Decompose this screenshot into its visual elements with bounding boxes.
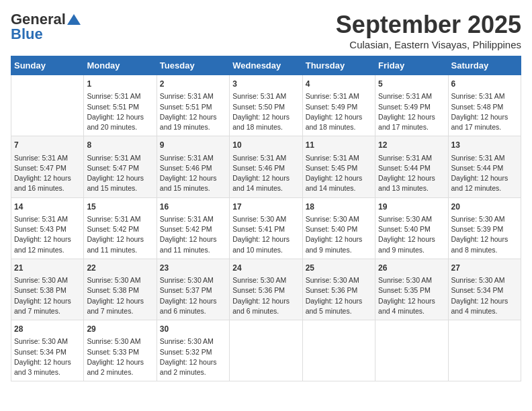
- day-info: Sunrise: 5:30 AM: [232, 275, 299, 285]
- calendar-cell: 18Sunrise: 5:30 AMSunset: 5:40 PMDayligh…: [302, 197, 375, 259]
- day-info: Daylight: 12 hours: [306, 112, 372, 122]
- day-number: 17: [232, 201, 299, 213]
- day-number: 29: [87, 324, 153, 335]
- day-info: Sunset: 5:51 PM: [87, 102, 153, 112]
- day-number: 14: [14, 201, 81, 213]
- header-monday: Monday: [84, 56, 157, 75]
- svg-marker-0: [67, 14, 81, 25]
- day-info: and 17 minutes.: [378, 122, 445, 132]
- day-info: Sunrise: 5:31 AM: [14, 153, 81, 163]
- day-info: Sunrise: 5:31 AM: [87, 153, 153, 163]
- day-number: 16: [160, 201, 226, 213]
- calendar-cell: [448, 320, 521, 381]
- day-info: Sunrise: 5:30 AM: [87, 275, 153, 285]
- day-info: Sunset: 5:39 PM: [451, 224, 518, 234]
- day-info: and 10 minutes.: [232, 245, 299, 255]
- day-info: Daylight: 12 hours: [87, 173, 153, 183]
- day-info: Daylight: 12 hours: [87, 234, 153, 244]
- day-info: Sunset: 5:34 PM: [14, 347, 81, 357]
- day-info: and 12 minutes.: [451, 183, 518, 193]
- calendar-cell: 23Sunrise: 5:30 AMSunset: 5:37 PMDayligh…: [157, 259, 229, 320]
- day-info: Sunset: 5:43 PM: [14, 224, 81, 234]
- day-info: Sunrise: 5:31 AM: [87, 214, 153, 224]
- day-info: and 14 minutes.: [232, 183, 299, 193]
- day-info: Daylight: 12 hours: [306, 296, 372, 306]
- day-info: and 16 minutes.: [14, 183, 81, 193]
- calendar-cell: [302, 320, 375, 381]
- day-info: Sunset: 5:42 PM: [160, 224, 226, 234]
- calendar-cell: 29Sunrise: 5:30 AMSunset: 5:33 PMDayligh…: [84, 320, 157, 381]
- calendar-cell: 6Sunrise: 5:31 AMSunset: 5:48 PMDaylight…: [448, 75, 521, 136]
- calendar-week-row: 14Sunrise: 5:31 AMSunset: 5:43 PMDayligh…: [11, 197, 521, 259]
- day-info: Daylight: 12 hours: [306, 234, 372, 244]
- calendar-cell: 16Sunrise: 5:31 AMSunset: 5:42 PMDayligh…: [157, 197, 229, 259]
- day-info: Sunset: 5:51 PM: [160, 102, 226, 112]
- day-info: and 4 minutes.: [378, 306, 445, 316]
- day-info: Daylight: 12 hours: [14, 357, 81, 367]
- day-info: Daylight: 12 hours: [232, 173, 299, 183]
- day-info: and 2 minutes.: [160, 367, 226, 377]
- day-number: 12: [378, 140, 445, 151]
- calendar-cell: [11, 75, 84, 136]
- calendar-cell: 25Sunrise: 5:30 AMSunset: 5:36 PMDayligh…: [302, 259, 375, 320]
- day-info: Sunset: 5:32 PM: [160, 347, 226, 357]
- day-info: and 14 minutes.: [306, 183, 372, 193]
- calendar-cell: 3Sunrise: 5:31 AMSunset: 5:50 PMDaylight…: [230, 75, 302, 136]
- day-number: 20: [451, 201, 518, 213]
- header-friday: Friday: [375, 56, 448, 75]
- day-info: Sunrise: 5:31 AM: [306, 91, 372, 101]
- day-info: Daylight: 12 hours: [306, 173, 372, 183]
- calendar-cell: 5Sunrise: 5:31 AMSunset: 5:49 PMDaylight…: [375, 75, 448, 136]
- calendar-cell: 7Sunrise: 5:31 AMSunset: 5:47 PMDaylight…: [11, 136, 84, 197]
- day-number: 23: [160, 263, 226, 274]
- day-info: Sunset: 5:38 PM: [14, 285, 81, 295]
- day-info: Sunset: 5:35 PM: [378, 285, 445, 295]
- day-info: Sunrise: 5:30 AM: [306, 275, 372, 285]
- day-info: Daylight: 12 hours: [87, 112, 153, 122]
- day-info: Sunset: 5:40 PM: [306, 224, 372, 234]
- header-tuesday: Tuesday: [157, 56, 229, 75]
- day-info: Daylight: 12 hours: [14, 173, 81, 183]
- header-wednesday: Wednesday: [230, 56, 302, 75]
- day-info: Daylight: 12 hours: [232, 112, 299, 122]
- day-number: 22: [87, 263, 153, 274]
- day-info: Daylight: 12 hours: [451, 173, 518, 183]
- calendar-cell: 21Sunrise: 5:30 AMSunset: 5:38 PMDayligh…: [11, 259, 84, 320]
- day-info: Sunset: 5:46 PM: [232, 163, 299, 173]
- day-number: 18: [306, 201, 372, 213]
- day-info: and 8 minutes.: [451, 245, 518, 255]
- day-info: Sunrise: 5:31 AM: [306, 153, 372, 163]
- day-info: Sunrise: 5:31 AM: [160, 214, 226, 224]
- calendar-table: SundayMondayTuesdayWednesdayThursdayFrid…: [11, 56, 521, 381]
- day-info: Daylight: 12 hours: [451, 296, 518, 306]
- day-info: Sunrise: 5:30 AM: [14, 275, 81, 285]
- day-info: Sunrise: 5:30 AM: [14, 336, 81, 347]
- day-number: 9: [160, 140, 226, 151]
- day-info: and 11 minutes.: [87, 245, 153, 255]
- day-number: 3: [232, 79, 299, 90]
- day-number: 19: [378, 201, 445, 213]
- calendar-cell: 14Sunrise: 5:31 AMSunset: 5:43 PMDayligh…: [11, 197, 84, 259]
- location: Culasian, Eastern Visayas, Philippines: [336, 39, 521, 50]
- day-info: Daylight: 12 hours: [378, 173, 445, 183]
- day-number: 1: [87, 79, 153, 90]
- day-info: and 20 minutes.: [87, 122, 153, 132]
- calendar-cell: 2Sunrise: 5:31 AMSunset: 5:51 PMDaylight…: [157, 75, 229, 136]
- day-info: Sunrise: 5:31 AM: [378, 91, 445, 101]
- logo: General Blue: [11, 11, 81, 43]
- day-info: Sunrise: 5:31 AM: [232, 91, 299, 101]
- day-info: Daylight: 12 hours: [87, 357, 153, 367]
- calendar-cell: 8Sunrise: 5:31 AMSunset: 5:47 PMDaylight…: [84, 136, 157, 197]
- day-info: Daylight: 12 hours: [378, 112, 445, 122]
- day-info: Sunset: 5:47 PM: [14, 163, 81, 173]
- month-title: September 2025: [336, 11, 521, 39]
- day-info: Sunset: 5:33 PM: [87, 347, 153, 357]
- day-info: Sunrise: 5:31 AM: [160, 153, 226, 163]
- page-header: General Blue September 2025 Culasian, Ea…: [11, 11, 521, 50]
- day-info: Sunset: 5:37 PM: [160, 285, 226, 295]
- day-info: Daylight: 12 hours: [232, 296, 299, 306]
- day-number: 5: [378, 79, 445, 90]
- calendar-week-row: 1Sunrise: 5:31 AMSunset: 5:51 PMDaylight…: [11, 75, 521, 136]
- day-number: 6: [451, 79, 518, 90]
- day-info: Sunset: 5:45 PM: [306, 163, 372, 173]
